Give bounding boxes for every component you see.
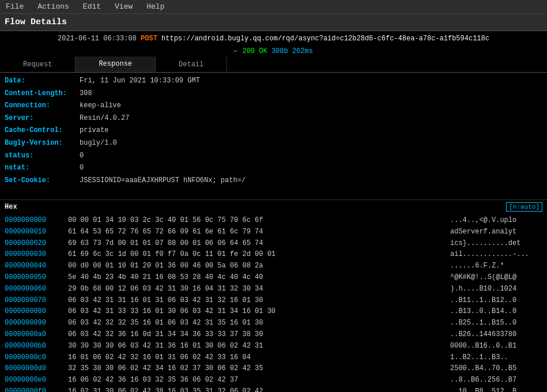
hex-bytes: 61 64 53 65 72 76 65 72 66 09 61 6e 61 6…: [68, 227, 450, 238]
header-val: JSESSIONID=aaaEAJXHRPUST hNFO6Nx; path=/: [80, 175, 246, 187]
hex-address: 00000000d0: [5, 363, 68, 375]
header-key: Content-Length:: [5, 88, 80, 100]
hex-address: 00000000a0: [5, 329, 68, 341]
status-code: 200: [242, 47, 255, 55]
hex-bytes: 61 69 6c 3c 1d 00 01 f0 f7 0a 0c 11 01 f…: [68, 249, 450, 261]
timestamp: 2021-06-11 06:33:08: [58, 35, 137, 43]
http-method: POST: [141, 35, 157, 43]
header-val: 0: [80, 150, 84, 163]
menu-view[interactable]: View: [111, 1, 136, 12]
hex-row: 00000000e016 06 02 42 36 16 03 32 35 36 …: [5, 375, 542, 386]
hex-address: 00000000e0: [5, 375, 68, 386]
hex-row: 000000002069 63 73 7d 00 01 01 07 08 00 …: [5, 238, 542, 250]
hex-ascii-text: 1..B2..1..B3..: [450, 353, 508, 361]
header-row: Connection: keep-alive: [5, 100, 542, 112]
hex-row: 000000003061 69 6c 3c 1d 00 01 f0 f7 0a …: [5, 249, 542, 261]
titlebar: Flow Details: [0, 14, 547, 31]
header-row: Cache-Control: private: [5, 125, 542, 137]
hex-row: 00000000f016 02 31 30 06 02 42 38 16 03 …: [5, 386, 542, 392]
header-val: Fri, 11 Jun 2021 10:33:09 GMT: [80, 75, 200, 88]
hex-ascii-text: ^@K#K@!..S(@L@L@: [450, 273, 516, 281]
menu-help[interactable]: Help: [143, 1, 168, 12]
hex-address: 0000000090: [5, 318, 68, 329]
hex-ascii: ......6.F.Z.*: [450, 261, 542, 272]
status-line: ← 200 OK 308b 262ms: [0, 46, 547, 56]
hex-address: 0000000030: [5, 249, 68, 261]
main-container: 2021-06-11 06:33:08 POST https://android…: [0, 31, 547, 392]
header-row: Content-Length: 308: [5, 88, 542, 100]
hex-ascii: ).h....B10..1024: [450, 284, 542, 295]
response-size: 308b: [271, 47, 288, 55]
hex-ascii-text: ail............-...: [450, 250, 529, 258]
hex-row: 000000008006 03 42 31 33 33 16 01 30 06 …: [5, 306, 542, 318]
hex-ascii: 2500..B4..70..B5: [450, 363, 542, 375]
header-row: status: 0: [5, 150, 542, 163]
hex-ascii-text: adServerf.analyt: [450, 228, 516, 236]
header-key: Set-Cookie:: [5, 175, 80, 187]
url-text: https://android.bugly.qq.com/rqd/async?a…: [161, 35, 489, 43]
hex-row: 000000006029 0b 68 00 12 06 03 42 31 30 …: [5, 284, 542, 295]
hex-ascii-text: 0000..B16..0..B1: [450, 342, 516, 350]
header-key: nstat:: [5, 162, 80, 175]
hex-bytes: 30 30 30 30 06 03 42 31 36 16 01 30 06 0…: [68, 341, 450, 352]
hex-address: 0000000060: [5, 284, 68, 295]
header-key: status:: [5, 150, 80, 163]
hex-ascii-text: ).h....B10..1024: [450, 285, 516, 293]
hex-ascii-text: ..B13..0..B14..0: [450, 307, 516, 315]
hex-ascii: ..B13..0..B14..0: [450, 306, 542, 318]
hex-address: 00000000c0: [5, 352, 68, 364]
hex-ascii-text: ..B26..144633780: [450, 330, 516, 338]
menubar: File Actions Edit View Help: [0, 0, 547, 14]
tab-request[interactable]: Request: [0, 56, 76, 72]
hex-ascii-text: ics}..........det: [450, 239, 520, 247]
hex-ascii-text: ......6.F.Z.*: [450, 262, 504, 270]
hex-ascii-text: 2500..B4..70..B5: [450, 364, 516, 372]
header-val: Resin/4.0.27: [80, 112, 129, 125]
hex-area[interactable]: 000000000000 00 01 34 10 03 2c 3c 40 01 …: [0, 214, 547, 392]
tab-detail[interactable]: Detail: [156, 56, 227, 72]
hex-address: 0000000080: [5, 306, 68, 318]
hex-header: Hex [n:auto]: [0, 199, 547, 214]
tabbar: Request Response Detail: [0, 56, 547, 73]
hex-ascii: 0000..B16..0..B1: [450, 341, 542, 352]
hex-ascii: ics}..........det: [450, 238, 542, 250]
response-headers: Date: Fri, 11 Jun 2021 10:33:09 GMTConte…: [0, 73, 547, 199]
header-row: nstat: 0: [5, 162, 542, 175]
hex-row: 00000000c016 01 06 02 42 32 16 01 31 06 …: [5, 352, 542, 364]
hex-ascii: ..8..B6..256..B7: [450, 375, 542, 386]
hex-bytes: 32 35 30 30 06 02 42 34 16 02 37 30 06 0…: [68, 363, 450, 375]
url-line: 2021-06-11 06:33:08 POST https://android…: [0, 31, 547, 46]
status-text: OK: [259, 47, 267, 55]
hex-bytes: 00 00 01 34 10 03 2c 3c 40 01 56 0c 75 7…: [68, 215, 450, 227]
hex-ascii-text: ..B25..1..B15..0: [450, 319, 516, 327]
hex-row: 000000000000 00 01 34 10 03 2c 3c 40 01 …: [5, 215, 542, 227]
hex-row: 000000001061 64 53 65 72 76 65 72 66 09 …: [5, 227, 542, 238]
hex-ascii: ^@K#K@!..S(@L@L@: [450, 272, 542, 284]
hex-address: 00000000b0: [5, 341, 68, 352]
hex-bytes: 00 d0 00 01 10 01 20 01 36 00 46 00 5a 0…: [68, 261, 450, 272]
menu-actions[interactable]: Actions: [34, 1, 73, 12]
hex-bytes: 06 03 42 31 31 16 01 31 06 03 42 31 32 1…: [68, 295, 450, 307]
hex-bytes: 16 01 06 02 42 32 16 01 31 06 02 42 33 1…: [68, 352, 450, 364]
hex-ascii: ..B11..1..B12..0: [450, 295, 542, 307]
hex-row: 000000004000 d0 00 01 10 01 20 01 36 00 …: [5, 261, 542, 272]
menu-file[interactable]: File: [2, 1, 27, 12]
header-row: Date: Fri, 11 Jun 2021 10:33:09 GMT: [5, 75, 542, 88]
hex-row: 00000000a006 03 42 32 36 16 0d 31 34 34 …: [5, 329, 542, 341]
page-title: Flow Details: [5, 17, 67, 27]
response-time: 262ms: [292, 47, 313, 55]
header-key: Bugly-Version:: [5, 137, 80, 150]
header-key: Date:: [5, 75, 80, 88]
hex-address: 0000000010: [5, 227, 68, 238]
hex-ascii: ..B26..144633780: [450, 329, 542, 341]
header-key: Server:: [5, 112, 80, 125]
hex-row: 00000000d032 35 30 30 06 02 42 34 16 02 …: [5, 363, 542, 375]
menu-edit[interactable]: Edit: [80, 1, 104, 12]
header-key: Cache-Control:: [5, 125, 80, 137]
header-key: Connection:: [5, 100, 80, 112]
hex-address: 0000000020: [5, 238, 68, 250]
header-val: 0: [80, 162, 84, 175]
tab-response[interactable]: Response: [76, 56, 156, 72]
hex-ascii: ail............-...: [450, 249, 542, 261]
hex-address: 0000000070: [5, 295, 68, 307]
